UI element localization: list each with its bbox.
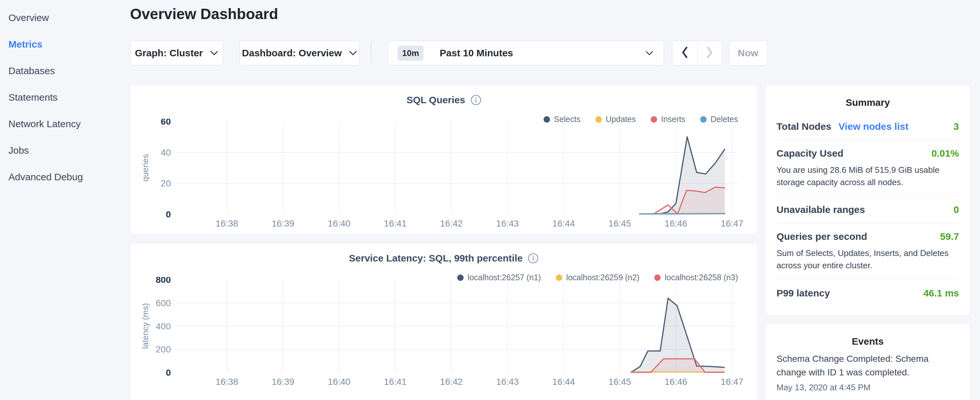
time-range-dropdown[interactable]: 10m Past 10 Minutes	[388, 41, 664, 65]
events-list: Schema Change Completed: Schema change w…	[776, 352, 959, 392]
event-item: Schema Change Completed: Schema change w…	[776, 352, 959, 392]
svg-text:16:42: 16:42	[440, 377, 463, 387]
dashboard-dropdown[interactable]: Dashboard: Overview	[239, 41, 360, 65]
summary-title: Summary	[776, 97, 959, 108]
summary-row-label: Total Nodes	[776, 121, 831, 132]
info-icon[interactable]	[471, 94, 481, 105]
summary-row-header: Capacity Used0.01%	[776, 148, 959, 159]
sidebar-item-advanced-debug[interactable]: Advanced Debug	[0, 164, 129, 190]
sidebar-nav: OverviewMetricsDatabasesStatementsNetwor…	[0, 0, 129, 190]
now-button[interactable]: Now	[729, 41, 767, 65]
svg-text:16:40: 16:40	[328, 218, 350, 228]
svg-text:16:40: 16:40	[328, 377, 350, 387]
svg-text:0: 0	[165, 368, 171, 378]
summary-row: Total NodesView nodes list3	[776, 113, 959, 140]
chart-title: Service Latency: SQL, 99th percentile	[349, 253, 523, 264]
sidebar-item-databases[interactable]: Databases	[0, 57, 129, 84]
svg-text:16:43: 16:43	[496, 377, 519, 387]
events-title: Events	[776, 336, 959, 347]
graph-dropdown[interactable]: Graph: Cluster	[130, 41, 223, 65]
svg-text:16:42: 16:42	[440, 218, 463, 228]
svg-text:16:45: 16:45	[609, 377, 631, 387]
sidebar-item-overview[interactable]: Overview	[0, 5, 129, 31]
svg-text:60: 60	[161, 119, 171, 126]
chart-header: Service Latency: SQL, 99th percentile	[130, 253, 757, 264]
summary-row: P99 latency46.1 ms	[776, 280, 959, 306]
summary-row-value: 0.01%	[931, 148, 959, 159]
chart-plot-area: 16:3816:3916:4016:4116:4216:4316:4416:45…	[135, 119, 753, 233]
summary-row-header: P99 latency46.1 ms	[776, 288, 959, 299]
summary-row-description: Sum of Selects, Updates, Inserts, and De…	[776, 247, 959, 271]
sql-queries-chart-card: SQL Queries SelectsUpdatesInsertsDeletes…	[130, 84, 758, 234]
page-title: Overview Dashboard	[130, 5, 278, 23]
time-nav-group	[672, 41, 722, 65]
chevron-right-icon	[706, 46, 713, 60]
svg-text:16:47: 16:47	[721, 377, 743, 387]
graph-dropdown-label: Graph: Cluster	[135, 48, 203, 59]
time-back-button[interactable]	[672, 41, 697, 65]
chart-plot-area: 16:3816:3916:4016:4116:4216:4316:4416:45…	[135, 277, 753, 392]
svg-text:16:44: 16:44	[552, 377, 575, 387]
chevron-down-icon	[349, 51, 357, 56]
summary-row-value: 3	[953, 121, 959, 132]
dashboard-dropdown-label: Dashboard: Overview	[242, 48, 342, 59]
chart-header: SQL Queries	[130, 94, 757, 105]
svg-text:600: 600	[156, 298, 171, 308]
sidebar-item-jobs[interactable]: Jobs	[0, 137, 129, 164]
summary-row-header: Total NodesView nodes list3	[776, 121, 959, 132]
summary-row-label: Capacity Used	[776, 148, 843, 159]
svg-text:40: 40	[161, 148, 171, 158]
event-timestamp: May 13, 2020 at 4:45 PM	[776, 382, 959, 392]
summary-panel: Summary Total NodesView nodes list3Capac…	[765, 84, 970, 316]
svg-text:800: 800	[156, 277, 171, 285]
chevron-left-icon	[681, 46, 688, 60]
chart-plot: 16:3816:3916:4016:4116:4216:4316:4416:45…	[135, 119, 753, 232]
chart-plot: 16:3816:3916:4016:4116:4216:4316:4416:45…	[135, 277, 753, 390]
svg-text:queries: queries	[140, 154, 150, 182]
time-forward-button[interactable]	[697, 41, 722, 65]
summary-row-value: 0	[953, 204, 959, 215]
svg-text:16:41: 16:41	[384, 377, 407, 387]
app-root: OverviewMetricsDatabasesStatementsNetwor…	[0, 0, 980, 400]
svg-text:20: 20	[161, 178, 171, 188]
sidebar-item-metrics[interactable]: Metrics	[0, 31, 129, 57]
summary-row-description: You are using 28.6 MiB of 515.9 GiB usab…	[776, 164, 959, 188]
view-nodes-list-link[interactable]: View nodes list	[838, 121, 908, 132]
svg-text:400: 400	[156, 321, 171, 331]
svg-text:16:47: 16:47	[721, 218, 743, 228]
svg-text:200: 200	[156, 344, 171, 354]
summary-row-label: Queries per second	[776, 231, 867, 242]
summary-row: Queries per second59.7Sum of Selects, Up…	[776, 223, 959, 279]
summary-row: Unavailable ranges0	[776, 196, 959, 223]
summary-row-value: 46.1 ms	[923, 288, 959, 299]
time-range-badge: 10m	[398, 46, 423, 61]
event-text: Schema Change Completed: Schema change w…	[776, 352, 959, 379]
svg-text:16:41: 16:41	[384, 218, 407, 228]
summary-rows: Total NodesView nodes list3Capacity Used…	[776, 113, 959, 306]
svg-text:16:43: 16:43	[496, 218, 519, 228]
chart-title: SQL Queries	[406, 94, 465, 105]
svg-text:16:45: 16:45	[609, 218, 631, 228]
summary-row-value: 59.7	[940, 231, 959, 242]
svg-text:16:46: 16:46	[665, 218, 687, 228]
summary-row-label: P99 latency	[776, 288, 830, 299]
events-panel: Events Schema Change Completed: Schema c…	[765, 323, 970, 400]
svg-text:16:38: 16:38	[215, 377, 238, 387]
chevron-down-icon	[645, 50, 654, 56]
svg-text:16:44: 16:44	[552, 218, 575, 228]
sidebar-item-network-latency[interactable]: Network Latency	[0, 111, 129, 137]
svg-text:16:39: 16:39	[272, 377, 294, 387]
summary-row-label: Unavailable ranges	[776, 204, 865, 215]
summary-row-header: Queries per second59.7	[776, 231, 959, 242]
sidebar-item-statements[interactable]: Statements	[0, 84, 129, 111]
summary-row-header: Unavailable ranges0	[776, 204, 959, 215]
time-range-label: Past 10 Minutes	[440, 48, 513, 59]
svg-text:16:39: 16:39	[272, 218, 294, 228]
svg-text:16:46: 16:46	[665, 377, 687, 387]
svg-text:latency (ms): latency (ms)	[140, 303, 150, 349]
svg-text:16:38: 16:38	[215, 218, 238, 228]
chevron-down-icon	[210, 51, 218, 56]
summary-row: Capacity Used0.01%You are using 28.6 MiB…	[776, 140, 959, 196]
info-icon[interactable]	[528, 253, 539, 264]
svg-text:0: 0	[165, 209, 171, 220]
